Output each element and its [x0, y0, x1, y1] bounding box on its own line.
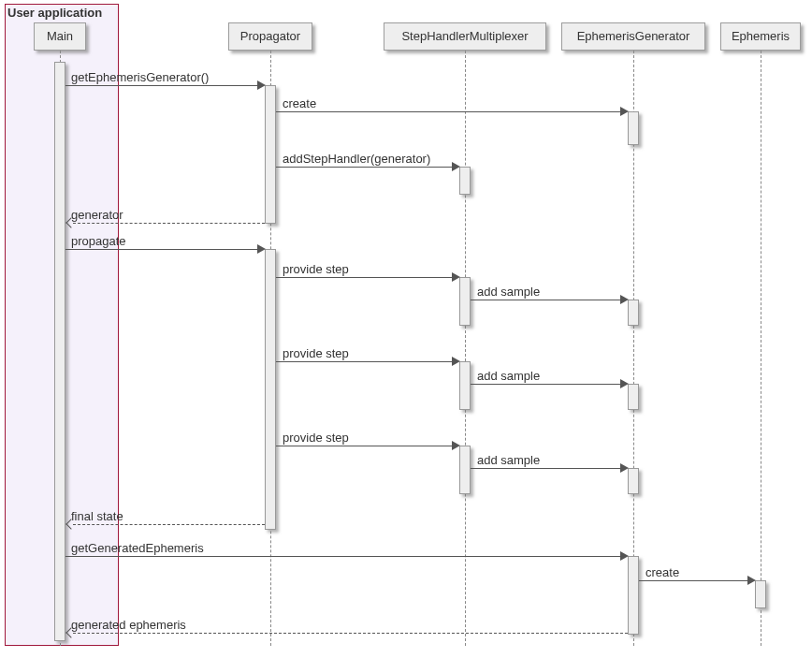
activation-generator-geteph: [628, 556, 639, 635]
arrow-icon: [747, 576, 756, 585]
msg-provide2: [276, 361, 452, 362]
participant-ephemeris: Ephemeris: [720, 22, 801, 51]
activation-ephemeris-create: [755, 580, 766, 608]
msg-finalstate-label: final state: [71, 509, 123, 523]
msg-provide3-label: provide step: [283, 431, 349, 445]
participant-generator-label: EphemerisGenerator: [577, 29, 690, 43]
activation-main: [54, 62, 65, 641]
lifeline-ephemeris: [761, 51, 761, 646]
msg-reteph: [73, 633, 628, 634]
activation-multiplexer-add: [459, 167, 471, 195]
arrow-icon: [620, 295, 629, 304]
msg-retgen-label: generator: [71, 208, 123, 222]
participant-propagator: Propagator: [228, 22, 312, 51]
msg-addsample3: [471, 468, 620, 469]
participant-multiplexer-label: StepHandlerMultiplexer: [401, 29, 528, 43]
sequence-diagram: User application Main Propagator StepHan…: [0, 0, 812, 658]
msg-addhandler-label: addStepHandler(generator): [283, 152, 430, 166]
activation-generator-sample1: [628, 300, 639, 326]
msg-propagate: [65, 249, 257, 250]
arrow-icon: [620, 107, 629, 116]
msg-geteph-generator-label: getEphemerisGenerator(): [71, 70, 209, 84]
msg-geteph-generator: [65, 85, 257, 86]
msg-geteph-label: getGeneratedEphemeris: [71, 541, 204, 555]
participant-propagator-label: Propagator: [240, 29, 300, 43]
activation-generator-sample3: [628, 468, 639, 494]
msg-create2-label: create: [645, 565, 679, 579]
arrow-icon: [257, 80, 266, 90]
arrow-icon: [452, 162, 460, 171]
arrow-icon: [620, 379, 629, 388]
msg-addsample3-label: add sample: [477, 453, 540, 467]
msg-addhandler: [276, 167, 452, 168]
msg-finalstate: [73, 524, 265, 525]
msg-reteph-label: generated ephemeris: [71, 618, 186, 632]
msg-provide1: [276, 277, 452, 278]
msg-addsample2-label: add sample: [477, 369, 540, 383]
msg-addsample1: [471, 300, 620, 300]
msg-provide1-label: provide step: [283, 262, 349, 276]
msg-retgen: [73, 223, 265, 224]
activation-propagator-2: [265, 249, 276, 530]
arrow-icon: [620, 463, 629, 473]
msg-create2: [639, 580, 747, 581]
activation-multiplexer-step3: [459, 446, 471, 494]
participant-main: Main: [34, 22, 86, 51]
activation-multiplexer-step1: [459, 277, 471, 326]
msg-provide3: [276, 446, 452, 446]
msg-propagate-label: propagate: [71, 234, 126, 248]
arrow-icon: [452, 357, 460, 366]
arrow-icon: [257, 244, 266, 254]
msg-create1: [276, 111, 620, 112]
msg-addsample1-label: add sample: [477, 285, 540, 299]
activation-propagator-1: [265, 85, 276, 224]
participant-main-label: Main: [47, 29, 73, 43]
arrow-icon: [452, 441, 460, 450]
user-application-label: User application: [7, 6, 102, 20]
msg-create1-label: create: [283, 96, 316, 110]
msg-provide2-label: provide step: [283, 346, 349, 360]
activation-generator-sample2: [628, 384, 639, 410]
arrow-icon: [452, 272, 460, 282]
arrow-icon: [620, 551, 629, 561]
msg-addsample2: [471, 384, 620, 385]
participant-generator: EphemerisGenerator: [561, 22, 705, 51]
participant-multiplexer: StepHandlerMultiplexer: [384, 22, 546, 51]
activation-generator-create: [628, 111, 639, 145]
msg-geteph: [65, 556, 620, 557]
participant-ephemeris-label: Ephemeris: [732, 29, 790, 43]
activation-multiplexer-step2: [459, 361, 471, 410]
